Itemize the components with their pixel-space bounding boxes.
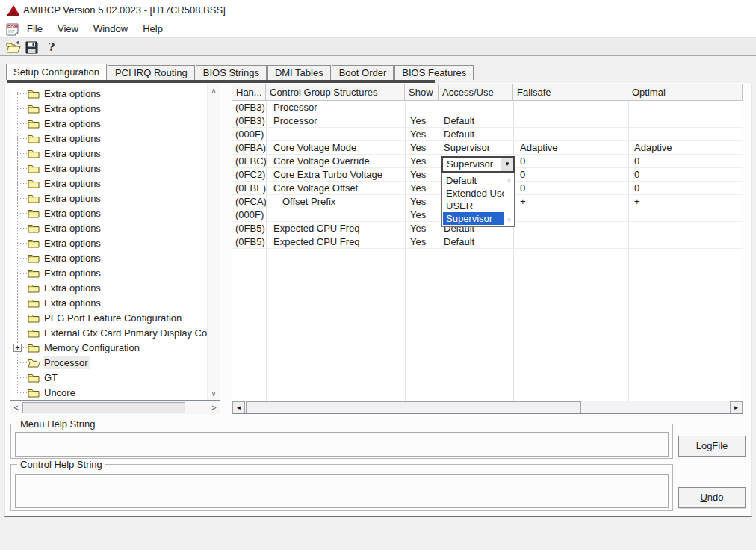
tree-item-extra-options[interactable]: Extra options (10, 191, 207, 206)
tab-bios-strings[interactable]: BIOS Strings (196, 65, 267, 80)
tree-item-processor[interactable]: Processor (10, 355, 207, 370)
tab-pci-irq-routing[interactable]: PCI IRQ Routing (108, 65, 195, 80)
cell-name: Expected CPU Freq (266, 222, 405, 235)
tree-branch-line (17, 303, 27, 303)
grid-hscroll-thumb[interactable] (246, 401, 581, 413)
scroll-left-icon[interactable]: ◄ (232, 401, 245, 413)
dropdown-option-default[interactable]: Default (443, 174, 504, 187)
menu-help[interactable]: Help (135, 21, 170, 37)
open-file-button[interactable] (5, 40, 22, 55)
tree-item-extra-options[interactable]: Extra options (10, 146, 207, 161)
menu-file[interactable]: File (19, 21, 50, 37)
tree-item-label: Extra options (43, 222, 102, 235)
save-button[interactable] (23, 40, 40, 55)
cell-failsafe (513, 114, 628, 128)
scroll-up-icon[interactable]: ∧ (504, 176, 514, 183)
tab-setup-configuration[interactable]: Setup Configuration (6, 64, 107, 80)
column-header-access-use[interactable]: Access/Use (439, 84, 513, 101)
tree-item-extra-options[interactable]: Extra options (10, 295, 207, 310)
tree-item-extra-options[interactable]: Extra options (10, 265, 207, 280)
dropdown-option-extended-use[interactable]: Extended Use (443, 187, 504, 200)
setup-tree: Extra optionsExtra optionsExtra optionsE… (10, 84, 220, 401)
cell-failsafe: 0 (513, 155, 628, 168)
scroll-down-icon[interactable]: ∨ (504, 217, 514, 223)
tab-dmi-tables[interactable]: DMI Tables (267, 65, 331, 80)
undo-button[interactable]: Undo (678, 487, 746, 508)
tree-hscrollbar[interactable]: < > (10, 401, 220, 414)
folder-icon (28, 104, 40, 114)
cell-handle: (0FB5) (232, 235, 266, 249)
cell-optimal (628, 222, 743, 235)
column-header-control-group-structures[interactable]: Control Group Structures (266, 84, 405, 101)
access-use-combobox[interactable]: Supervisor ▼ (441, 156, 515, 173)
svg-text:ROM: ROM (7, 25, 18, 29)
tree-item-peg-port-feature-configuration[interactable]: PEG Port Feature Configuration (10, 310, 207, 325)
folder-icon (28, 179, 40, 188)
logfile-button[interactable]: LogFile (678, 436, 746, 457)
column-header-failsafe[interactable]: Failsafe (513, 84, 628, 101)
tree-branch-line (17, 213, 27, 214)
column-header-han-[interactable]: Han... (232, 84, 266, 101)
folder-icon (28, 343, 40, 353)
tree-item-label: Extra options (43, 252, 102, 265)
dropdown-option-user[interactable]: USER (443, 200, 504, 212)
tree-item-label: Processor (43, 356, 90, 369)
tree-vscrollbar[interactable]: ∧ ∨ (207, 84, 220, 400)
tree-branch-line (17, 333, 27, 333)
title-bar: AMIBCP Version 5.02.0023 - [H17CR508.BSS… (0, 0, 756, 21)
tree-item-gt[interactable]: GT (10, 370, 207, 385)
expand-plus-icon[interactable]: + (13, 344, 22, 352)
grid-row[interactable]: (0FB5)Expected CPU FreqYesDefault (232, 235, 743, 249)
cell-failsafe (513, 208, 628, 222)
tree-item-extra-options[interactable]: Extra options (10, 220, 207, 235)
tree-item-extra-options[interactable]: Extra options (10, 131, 207, 146)
tree-branch-line (17, 108, 27, 109)
help-button[interactable]: ? (45, 40, 58, 55)
column-header-optimal[interactable]: Optimal (628, 84, 743, 101)
dropdown-option-supervisor[interactable]: Supervisor (443, 212, 504, 225)
scroll-right-icon[interactable]: ► (730, 401, 743, 413)
tree-item-extra-options[interactable]: Extra options (10, 161, 207, 176)
cell-access: Supervisor (439, 141, 513, 155)
column-header-show[interactable]: Show (405, 84, 439, 101)
folder-icon (28, 223, 40, 233)
combobox-dropdown-button[interactable]: ▼ (501, 158, 513, 171)
grid-hscrollbar[interactable]: ◄ ► (232, 401, 743, 413)
tab-boot-order[interactable]: Boot Order (332, 65, 394, 80)
menu-view[interactable]: View (50, 21, 86, 37)
tree-item-external-gfx-card-primary-display-co[interactable]: External Gfx Card Primary Display Co (10, 325, 207, 340)
tree-item-extra-options[interactable]: Extra options (10, 206, 207, 220)
tab-bios-features[interactable]: BIOS Features (394, 65, 474, 80)
tree-item-label: Extra options (43, 282, 102, 294)
open-folder-icon (6, 41, 21, 53)
menu-window[interactable]: Window (86, 21, 135, 37)
grid-row[interactable]: (0FB3)ProcessorYesDefault (232, 114, 743, 128)
tree-item-extra-options[interactable]: Extra options (10, 235, 207, 250)
tree-item-memory-configuration[interactable]: +Memory Configuration (10, 340, 207, 355)
scroll-right-icon[interactable]: > (208, 401, 220, 414)
cell-failsafe: 0 (513, 182, 628, 195)
scroll-left-icon[interactable]: < (10, 401, 22, 414)
tree-hscroll-thumb[interactable] (22, 402, 185, 413)
dropdown-scrollbar[interactable]: ∧ ∨ (504, 173, 514, 226)
grid-row[interactable]: (000F)YesDefault (232, 128, 743, 141)
menu-help-textarea[interactable] (15, 432, 669, 457)
folder-icon (28, 164, 40, 173)
tree-item-extra-options[interactable]: Extra options (10, 250, 207, 265)
tree-item-extra-options[interactable]: Extra options (10, 280, 207, 295)
tree-branch-line (17, 168, 27, 169)
tree-item-extra-options[interactable]: Extra options (10, 116, 207, 131)
tree-item-uncore[interactable]: Uncore (10, 385, 207, 400)
cell-show (405, 101, 439, 114)
tree-item-extra-options[interactable]: Extra options (10, 101, 207, 116)
control-help-textarea[interactable] (15, 474, 669, 508)
menu-help-label: Menu Help String (17, 418, 98, 430)
scroll-up-icon[interactable]: ∧ (208, 87, 220, 94)
scroll-down-icon[interactable]: ∨ (208, 390, 220, 398)
tree-item-extra-options[interactable]: Extra options (10, 86, 207, 101)
cell-show: Yes (405, 168, 439, 182)
tree-item-extra-options[interactable]: Extra options (10, 176, 207, 191)
tree-item-label: Extra options (43, 192, 102, 205)
grid-row[interactable]: (0FB3)Processor (232, 101, 743, 114)
grid-row[interactable]: (0FBA)Core Voltage ModeYesSupervisorAdap… (232, 141, 743, 155)
